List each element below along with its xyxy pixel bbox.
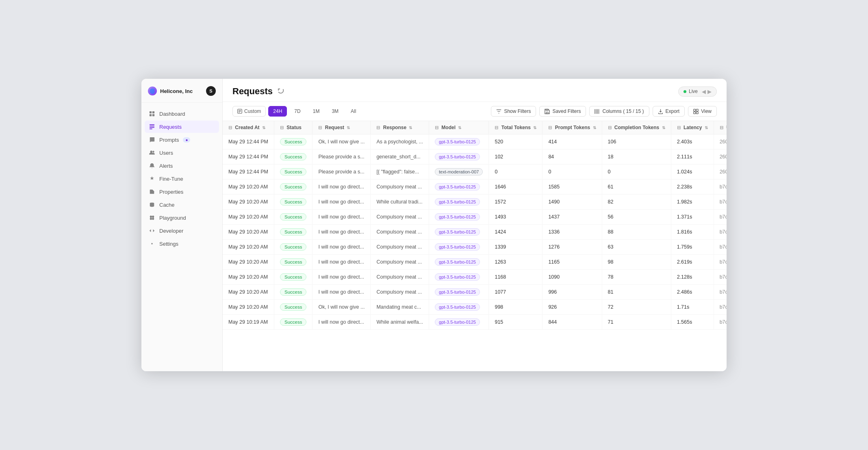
cell-completion-tokens: 82	[602, 195, 671, 210]
custom-label: Custom	[244, 108, 261, 114]
title-row: Requests	[232, 86, 285, 97]
cell-user: b7c67919-3…	[714, 270, 727, 285]
table-row[interactable]: May 29 10:20 AM Success I will now go di…	[223, 255, 727, 270]
cell-prompt-tokens: 1490	[542, 195, 602, 210]
requests-icon	[149, 123, 155, 130]
table-row[interactable]: May 29 10:20 AM Success I will now go di…	[223, 270, 727, 285]
table-row[interactable]: May 29 10:19 AM Success I will now go di…	[223, 315, 727, 330]
cell-prompt-tokens: 1165	[542, 255, 602, 270]
col-header-completion-tokens[interactable]: ⊟ Completion Tokens ⇅	[602, 121, 671, 134]
col-icon: ⊟	[228, 125, 232, 130]
cell-status: Success	[274, 149, 312, 164]
cell-latency: 2.238s	[671, 180, 714, 195]
time-7d-button[interactable]: 7D	[289, 106, 305, 117]
cell-request: I will now go direct...	[312, 180, 371, 195]
table-row[interactable]: May 29 10:20 AM Success I will now go di…	[223, 210, 727, 225]
saved-filters-button[interactable]: Saved Filters	[539, 106, 586, 117]
cell-total-tokens: 1077	[489, 285, 542, 300]
sidebar-item-settings[interactable]: Settings	[145, 238, 219, 250]
cell-status: Success	[274, 134, 312, 149]
cell-prompt-tokens: 84	[542, 149, 602, 164]
model-badge: gpt-3.5-turbo-0125	[435, 288, 480, 296]
svg-rect-6	[150, 127, 154, 128]
cell-created-at: May 29 10:20 AM	[223, 180, 274, 195]
col-header-total-tokens[interactable]: ⊟ Total Tokens ⇅	[489, 121, 542, 134]
cell-prompt-tokens: 414	[542, 134, 602, 149]
status-badge: Success	[280, 213, 306, 221]
table-row[interactable]: May 29 12:44 PM Success Ok, I will now g…	[223, 134, 727, 149]
svg-rect-19	[694, 109, 696, 111]
sidebar-item-prompts[interactable]: Prompts ●	[145, 134, 219, 146]
sidebar-header: 🌀 Helicone, Inc S	[141, 79, 222, 103]
table-row[interactable]: May 29 10:20 AM Success I will now go di…	[223, 195, 727, 210]
col-header-request[interactable]: ⊟ Request ⇅	[312, 121, 371, 134]
time-3m-button[interactable]: 3M	[327, 106, 343, 117]
sidebar-item-users[interactable]: Users	[145, 147, 219, 159]
cell-user: b7c67919-3…	[714, 300, 727, 315]
cell-response: Compulsory meat ...	[371, 225, 429, 240]
cell-user: b7c67919-3…	[714, 210, 727, 225]
alerts-icon	[149, 162, 155, 169]
prompts-icon	[149, 136, 155, 143]
cell-total-tokens: 1339	[489, 240, 542, 255]
cell-completion-tokens: 98	[602, 255, 671, 270]
sidebar-item-dashboard[interactable]: Dashboard	[145, 108, 219, 120]
col-icon: ⊟	[548, 125, 552, 130]
cell-response: Compulsory meat ...	[371, 210, 429, 225]
svg-rect-21	[694, 112, 696, 114]
col-header-status[interactable]: ⊟ Status	[274, 121, 312, 134]
model-badge: gpt-3.5-turbo-0125	[435, 213, 480, 221]
sidebar-item-playground[interactable]: Playground	[145, 212, 219, 224]
show-filters-button[interactable]: Show Filters	[491, 106, 536, 117]
columns-button[interactable]: Columns ( 15 / 15 )	[589, 106, 649, 117]
table-row[interactable]: May 29 10:20 AM Success Ok, I will now g…	[223, 300, 727, 315]
sidebar-item-cache[interactable]: Cache	[145, 199, 219, 211]
table-row[interactable]: May 29 10:20 AM Success I will now go di…	[223, 240, 727, 255]
sidebar-item-properties[interactable]: Properties	[145, 186, 219, 198]
cell-latency: 1.71s	[671, 300, 714, 315]
col-icon: ⊟	[435, 125, 438, 130]
table-row[interactable]: May 29 10:20 AM Success I will now go di…	[223, 285, 727, 300]
table-row[interactable]: May 29 12:44 PM Success Please provide a…	[223, 164, 727, 180]
cell-request: Please provide a s...	[312, 149, 371, 164]
svg-point-12	[152, 216, 154, 218]
col-icon: ⊟	[608, 125, 612, 130]
col-header-latency[interactable]: ⊟ Latency ⇅	[671, 121, 714, 134]
svg-rect-4	[150, 124, 154, 125]
cell-model: gpt-3.5-turbo-0125	[429, 270, 489, 285]
sidebar-item-finetune[interactable]: Fine-Tune	[145, 173, 219, 185]
export-button[interactable]: Export	[653, 106, 685, 117]
col-header-created-at[interactable]: ⊟ Created At ⇅	[223, 121, 274, 134]
col-header-user[interactable]: ⊟ User ⇅	[714, 121, 727, 134]
cell-status: Success	[274, 164, 312, 180]
table-row[interactable]: May 29 10:20 AM Success I will now go di…	[223, 225, 727, 240]
sidebar-item-developer[interactable]: Developer	[145, 225, 219, 237]
avatar[interactable]: S	[206, 86, 216, 96]
main-content: Requests Live ◀ ▶	[223, 79, 727, 371]
time-1m-button[interactable]: 1M	[308, 106, 325, 117]
cell-completion-tokens: 56	[602, 210, 671, 225]
table-row[interactable]: May 29 12:44 PM Success Please provide a…	[223, 149, 727, 164]
view-button[interactable]: View	[688, 106, 717, 117]
cell-request: I will now go direct...	[312, 270, 371, 285]
live-indicator	[684, 90, 686, 93]
model-badge: text-moderation-007	[435, 168, 483, 175]
cell-status: Success	[274, 270, 312, 285]
col-header-prompt-tokens[interactable]: ⊟ Prompt Tokens ⇅	[542, 121, 602, 134]
cell-status: Success	[274, 195, 312, 210]
refresh-button[interactable]	[277, 87, 285, 95]
custom-filter-button[interactable]: Custom	[232, 106, 266, 117]
status-badge: Success	[280, 303, 306, 311]
table-row[interactable]: May 29 10:20 AM Success I will now go di…	[223, 180, 727, 195]
toolbar-right: Show Filters Saved Filters Columns ( 15 …	[491, 106, 717, 117]
sidebar-item-alerts[interactable]: Alerts	[145, 160, 219, 172]
time-24h-button[interactable]: 24H	[268, 106, 287, 117]
col-header-response[interactable]: ⊟ Response ⇅	[371, 121, 429, 134]
sidebar-item-label: Settings	[159, 241, 178, 247]
settings-icon	[149, 240, 155, 247]
svg-point-15	[151, 243, 153, 244]
cell-model: gpt-3.5-turbo-0125	[429, 134, 489, 149]
time-all-button[interactable]: All	[346, 106, 361, 117]
sidebar-item-requests[interactable]: Requests	[145, 121, 219, 133]
col-header-model[interactable]: ⊟ Model ⇅	[429, 121, 489, 134]
